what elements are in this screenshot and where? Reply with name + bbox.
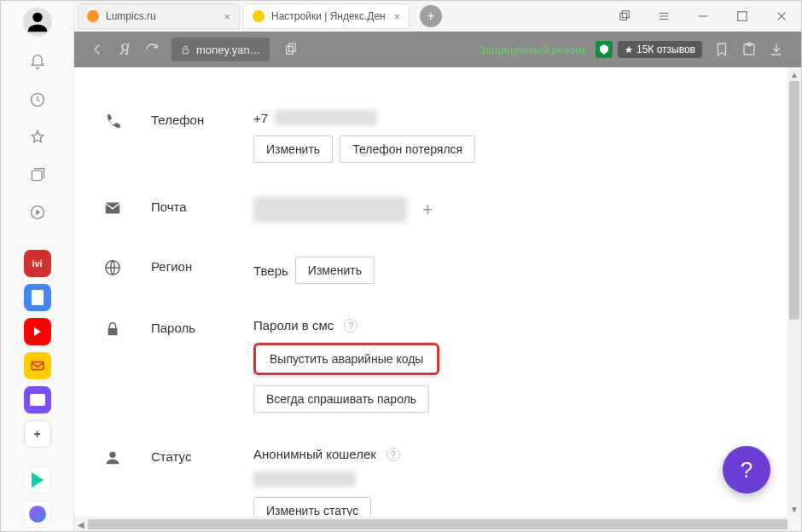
row-phone: Телефон +7 Изменить Телефон потерялся — [74, 101, 787, 188]
help-fab-button[interactable]: ? — [723, 446, 770, 494]
status-label: Статус — [151, 447, 253, 464]
lock-icon — [103, 320, 122, 338]
help-icon[interactable]: ? — [344, 319, 357, 332]
help-icon[interactable]: ? — [386, 448, 400, 461]
vertical-scrollbar[interactable]: ▲ ▼ — [787, 67, 801, 516]
app-tile-youtube[interactable] — [24, 318, 51, 345]
mail-icon — [103, 199, 122, 217]
url-text: money.yan… — [196, 43, 261, 56]
email-input-redacted[interactable] — [253, 197, 407, 223]
downloads-icon[interactable] — [764, 37, 789, 62]
protected-mode-label[interactable]: Защищённый режим — [479, 43, 585, 56]
favorites-star-icon[interactable] — [23, 123, 52, 152]
tab-favicon-icon — [253, 10, 264, 22]
lock-icon — [180, 44, 191, 55]
tab-lumpics[interactable]: Lumpics.ru × — [78, 3, 240, 29]
address-toolbar: Я money.yan… Защищённый режим 15К отзыво… — [74, 32, 801, 67]
scroll-thumb[interactable] — [789, 81, 799, 320]
row-password: Пароль Пароли в смс ? Выпустить аварийны… — [74, 309, 787, 438]
svg-rect-10 — [288, 43, 295, 51]
window-maximize-button[interactable] — [723, 1, 762, 32]
tab-favicon-icon — [87, 10, 99, 22]
app-tile-alice[interactable] — [24, 500, 51, 528]
reviews-badge[interactable]: 15К отзывов — [618, 41, 702, 58]
browser-left-sidebar: ivi + — [1, 1, 74, 531]
tab-title: Lumpics.ru — [106, 10, 217, 22]
phone-change-button[interactable]: Изменить — [253, 136, 333, 163]
settings-content: Телефон +7 Изменить Телефон потерялся По… — [74, 67, 787, 516]
scroll-thumb[interactable] — [88, 519, 787, 529]
globe-icon — [103, 258, 122, 277]
window-close-button[interactable] — [762, 1, 801, 32]
app-tile-media[interactable] — [24, 466, 51, 494]
tab-title: Настройки | Яндекс.Ден — [271, 10, 386, 22]
browser-window: ivi + Lumpics.ru × Настройки | Яндекс.Де… — [0, 0, 802, 532]
collections-icon[interactable] — [23, 160, 52, 189]
svg-rect-15 — [108, 328, 118, 335]
row-email: Почта + — [74, 188, 787, 248]
add-tile-button[interactable]: + — [24, 420, 51, 448]
svg-rect-2 — [32, 171, 42, 181]
notifications-bell-icon[interactable] — [23, 48, 52, 77]
svg-rect-4 — [32, 362, 44, 370]
bookmark-icon[interactable] — [709, 37, 735, 62]
password-label: Пароль — [151, 318, 253, 335]
region-label: Регион — [151, 257, 253, 274]
app-tile-mail[interactable] — [24, 352, 51, 379]
emergency-codes-button[interactable]: Выпустить аварийные коды — [253, 343, 439, 375]
play-circle-icon[interactable] — [23, 198, 52, 227]
horizontal-scrollbar[interactable]: ◀ ▶ — [74, 518, 787, 531]
status-change-button[interactable]: Изменить статус — [253, 497, 371, 516]
new-tab-button[interactable]: + — [420, 5, 442, 27]
phone-prefix: +7 — [253, 111, 268, 125]
window-controls — [605, 1, 801, 32]
phone-icon — [103, 112, 122, 130]
svg-rect-7 — [738, 12, 747, 21]
svg-rect-8 — [183, 49, 189, 53]
phone-value-redacted — [275, 110, 377, 125]
status-detail-redacted — [253, 471, 356, 487]
extensions-icon[interactable] — [736, 37, 762, 62]
yandex-home-button[interactable]: Я — [112, 37, 137, 62]
svg-rect-9 — [286, 46, 293, 54]
app-tile-browser[interactable] — [24, 386, 51, 413]
phone-lost-button[interactable]: Телефон потерялся — [340, 136, 475, 163]
tab-yandex-money-settings[interactable]: Настройки | Яндекс.Ден × — [243, 3, 410, 29]
status-value: Анонимный кошелек — [253, 447, 376, 461]
svg-rect-5 — [620, 14, 627, 20]
email-label: Почта — [151, 197, 253, 214]
password-sms-label: Пароли в смс — [253, 318, 334, 332]
svg-rect-13 — [106, 203, 120, 214]
shield-icon[interactable] — [596, 41, 613, 58]
tab-bar: Lumpics.ru × Настройки | Яндекс.Ден × + — [74, 1, 801, 32]
profile-avatar-icon[interactable] — [23, 8, 52, 37]
region-value: Тверь — [253, 263, 288, 278]
window-menu-icon[interactable] — [644, 1, 683, 32]
app-tile-ivi[interactable]: ivi — [24, 250, 51, 277]
add-email-button[interactable]: + — [422, 199, 433, 221]
scroll-left-arrow[interactable]: ◀ — [74, 518, 88, 531]
region-change-button[interactable]: Изменить — [295, 257, 375, 284]
app-tile-docs[interactable] — [24, 284, 51, 311]
always-ask-password-button[interactable]: Всегда спрашивать пароль — [253, 385, 429, 413]
copy-icon[interactable] — [278, 37, 304, 62]
history-clock-icon[interactable] — [23, 85, 52, 114]
svg-rect-6 — [622, 11, 629, 18]
svg-point-16 — [109, 452, 115, 458]
close-tab-icon[interactable]: × — [393, 10, 400, 23]
row-status: Статус Анонимный кошелек ? Изменить стат… — [74, 438, 787, 516]
person-icon — [103, 448, 122, 467]
window-minimize-button[interactable] — [683, 1, 723, 32]
reviews-count: 15К отзывов — [636, 43, 695, 55]
address-box[interactable]: money.yan… — [171, 38, 270, 61]
reload-button[interactable] — [139, 37, 165, 62]
help-fab-label: ? — [741, 457, 753, 483]
scroll-up-arrow[interactable]: ▲ — [787, 67, 801, 81]
scroll-down-arrow[interactable]: ▼ — [787, 502, 801, 516]
row-region: Регион Тверь Изменить — [74, 248, 787, 309]
phone-label: Телефон — [151, 110, 253, 127]
close-tab-icon[interactable]: × — [224, 10, 230, 23]
back-button[interactable] — [84, 37, 110, 62]
svg-point-0 — [32, 13, 42, 22]
window-overlay-icon[interactable] — [605, 1, 644, 32]
